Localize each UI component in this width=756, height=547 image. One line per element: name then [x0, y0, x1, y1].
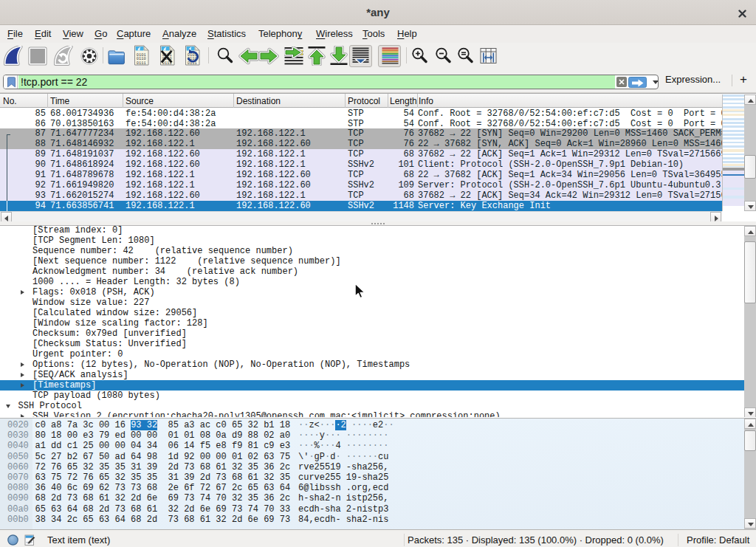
svg-text:0111: 0111 [137, 61, 146, 66]
